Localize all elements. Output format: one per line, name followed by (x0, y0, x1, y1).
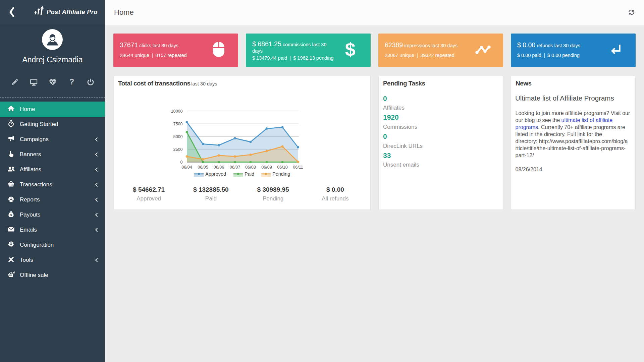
svg-text:06/11: 06/11 (293, 165, 303, 170)
svg-text:2500: 2500 (173, 147, 183, 152)
svg-text:06/10: 06/10 (277, 165, 287, 170)
svg-text:Approved: Approved (205, 171, 226, 177)
svg-text:06/06: 06/06 (214, 165, 224, 170)
svg-text:06/09: 06/09 (261, 165, 272, 170)
svg-text:10000: 10000 (171, 109, 183, 114)
svg-text:7500: 7500 (173, 122, 183, 126)
svg-text:5000: 5000 (173, 134, 183, 139)
svg-text:?: ? (69, 78, 74, 86)
svg-text:0: 0 (180, 160, 183, 165)
svg-text:Paid: Paid (245, 171, 254, 177)
svg-text:06/08: 06/08 (245, 165, 256, 170)
svg-text:$: $ (10, 213, 12, 217)
svg-text:06/04: 06/04 (181, 165, 192, 170)
svg-text:06/05: 06/05 (198, 165, 208, 170)
svg-text:Pending: Pending (272, 171, 290, 177)
svg-text:06/07: 06/07 (230, 165, 240, 170)
